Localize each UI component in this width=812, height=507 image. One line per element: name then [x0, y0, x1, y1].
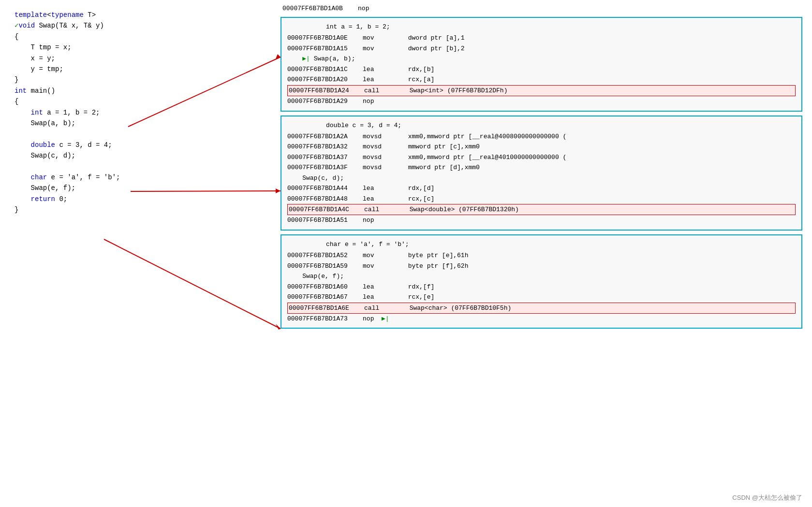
disasm-line: 00007FF6B7BD1A1C lea rdx,[b] — [287, 64, 796, 74]
disasm-line: 00007FF6B7BD1A51 nop — [287, 215, 796, 225]
code-line-1: template<typename T> — [15, 10, 261, 20]
code-line-5: x = y; — [15, 53, 261, 64]
disasm-call-line-char: 00007FF6B7BD1A6E call Swap<char> (07FF6B… — [287, 303, 796, 314]
code-line-14: Swap(c, d); — [15, 150, 261, 161]
disasm-call-line-double: 00007FF6B7BD1A4C call Swap<double> (07FF… — [287, 204, 796, 215]
top-line: 00007FF6B7BD1A0B nop — [281, 5, 802, 12]
code-line-9: { — [15, 96, 261, 107]
code-line-8: int main() — [15, 86, 261, 96]
disasm-line: 00007FF6B7BD1A2A movsd xmm0,mmword ptr [… — [287, 131, 796, 142]
disasm-line: 00007FF6B7BD1A20 lea rcx,[a] — [287, 74, 796, 85]
disasm-line: 00007FF6B7BD1A67 lea rcx,[e] — [287, 292, 796, 302]
code-line-13: double c = 3, d = 4; — [15, 140, 261, 150]
disasm-line: 00007FF6B7BD1A3F movsd mmword ptr [d],xm… — [287, 162, 796, 173]
left-code-panel: template<typename T> ✓void Swap(T& x, T&… — [0, 0, 271, 507]
code-line-7: } — [15, 74, 261, 85]
disasm-line: Swap(c, d); — [287, 173, 796, 183]
main-container: template<typename T> ✓void Swap(T& x, T&… — [0, 0, 812, 507]
disasm-line: 00007FF6B7BD1A59 mov byte ptr [f],62h — [287, 261, 796, 271]
disasm-box-double: double c = 3, d = 4; 00007FF6B7BD1A2A mo… — [281, 116, 802, 231]
disasm-line: 00007FF6B7BD1A73 nop ▶| — [287, 314, 796, 324]
disasm-line: 00007FF6B7BD1A37 movsd xmm0,mmword ptr [… — [287, 152, 796, 162]
disasm-line: 00007FF6B7BD1A52 mov byte ptr [e],61h — [287, 250, 796, 261]
code-line-10: int a = 1, b = 2; — [15, 107, 261, 118]
disasm-line: 00007FF6B7BD1A44 lea rdx,[d] — [287, 183, 796, 193]
disasm-line: ▶| Swap(a, b); — [287, 54, 796, 64]
code-line-15 — [15, 161, 261, 172]
box1-header: int a = 1, b = 2; — [287, 22, 796, 32]
code-line-4: T tmp = x; — [15, 42, 261, 53]
box2-header: double c = 3, d = 4; — [287, 120, 796, 130]
code-line-16: char e = 'a', f = 'b'; — [15, 172, 261, 183]
code-line-17: Swap(e, f); — [15, 183, 261, 193]
disasm-line: 00007FF6B7BD1A0E mov dword ptr [a],1 — [287, 33, 796, 43]
disasm-line: 00007FF6B7BD1A29 nop — [287, 96, 796, 106]
code-line-11: Swap(a, b); — [15, 118, 261, 129]
disasm-line: 00007FF6B7BD1A15 mov dword ptr [b],2 — [287, 43, 796, 54]
disasm-box-char: char e = 'a', f = 'b'; 00007FF6B7BD1A52 … — [281, 234, 802, 329]
box3-header: char e = 'a', f = 'b'; — [287, 239, 796, 249]
disasm-line: 00007FF6B7BD1A60 lea rdx,[f] — [287, 282, 796, 292]
code-line-18: return 0; — [15, 194, 261, 204]
disasm-line: Swap(e, f); — [287, 271, 796, 281]
disasm-call-line-int: 00007FF6B7BD1A24 call Swap<int> (07FF6B7… — [287, 85, 796, 96]
code-line-6: y = tmp; — [15, 64, 261, 74]
code-line-19: } — [15, 204, 261, 215]
watermark: CSDN @大枯怎么被偷了 — [732, 493, 802, 502]
code-line-3: { — [15, 31, 261, 42]
right-panel: 00007FF6B7BD1A0B nop int a = 1, b = 2; 0… — [271, 0, 812, 507]
disasm-line: 00007FF6B7BD1A48 lea rcx,[c] — [287, 194, 796, 204]
code-line-2: ✓void Swap(T& x, T& y) — [15, 20, 261, 31]
disasm-line: 00007FF6B7BD1A32 movsd mmword ptr [c],xm… — [287, 142, 796, 152]
disasm-box-int: int a = 1, b = 2; 00007FF6B7BD1A0E mov d… — [281, 17, 802, 112]
code-line-12 — [15, 129, 261, 139]
